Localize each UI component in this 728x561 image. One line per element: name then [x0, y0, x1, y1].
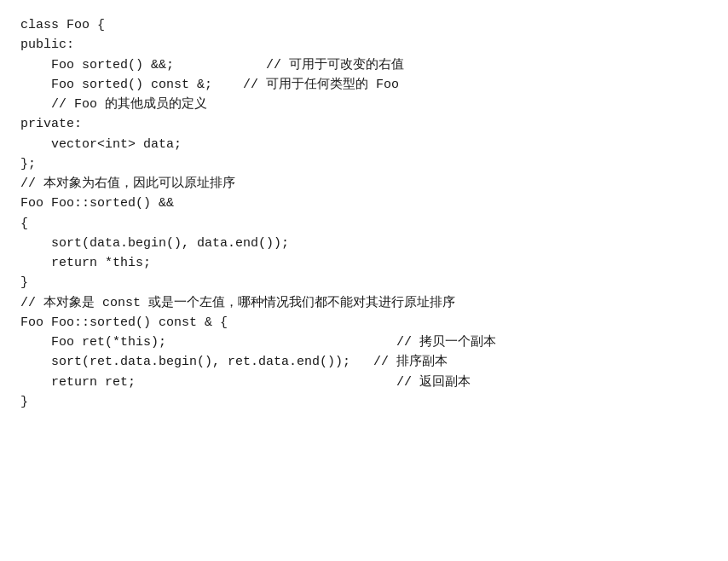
code-line: Foo sorted() &&; // 可用于可改变的右值 [20, 55, 708, 75]
code-line: public: [20, 35, 708, 55]
code-line: return *this; [20, 253, 708, 273]
code-line: } [20, 392, 708, 412]
code-line: // Foo 的其他成员的定义 [20, 95, 708, 114]
code-line: vector<int> data; [20, 135, 708, 154]
code-line: Foo ret(*this); // 拷贝一个副本 [20, 333, 708, 352]
code-line: sort(ret.data.begin(), ret.data.end()); … [20, 352, 708, 372]
code-line: Foo Foo::sorted() const & { [20, 313, 708, 333]
code-line: sort(data.begin(), data.end()); [20, 234, 708, 253]
code-line: } [20, 273, 708, 292]
code-line: Foo sorted() const &; // 可用于任何类型的 Foo [20, 75, 708, 95]
code-line: class Foo { [20, 15, 708, 35]
code-container: class Foo {public: Foo sorted() &&; // 可… [20, 15, 708, 412]
code-line: // 本对象是 const 或是一个左值，哪种情况我们都不能对其进行原址排序 [20, 293, 708, 313]
code-line: { [20, 214, 708, 234]
code-line: private: [20, 114, 708, 134]
code-line: Foo Foo::sorted() && [20, 194, 708, 213]
code-line: return ret; // 返回副本 [20, 373, 708, 392]
code-line: // 本对象为右值，因此可以原址排序 [20, 174, 708, 194]
code-line: }; [20, 154, 708, 174]
